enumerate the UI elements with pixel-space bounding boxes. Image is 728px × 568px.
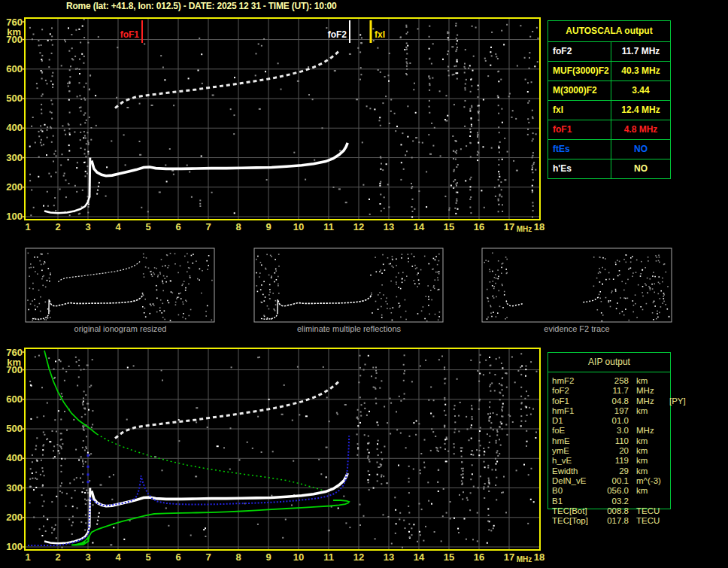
param-label: foF1 <box>548 120 611 139</box>
svg-text:5: 5 <box>145 221 150 232</box>
svg-text:13: 13 <box>384 221 394 232</box>
svg-text:14: 14 <box>414 551 425 563</box>
aip-u: MHz <box>636 426 668 436</box>
aip-v: 056.0 <box>599 486 629 496</box>
aip-row: TEC[Top]017.8TECU <box>552 516 687 526</box>
aip-u: MHz <box>636 396 668 406</box>
svg-text:km: km <box>7 26 21 38</box>
aip-l: foE <box>552 426 599 436</box>
f-layer-trace <box>92 473 347 506</box>
aip-row: h_vE119km <box>552 456 687 466</box>
svg-text:500: 500 <box>6 423 23 434</box>
aip-row: hmF2258km <box>552 376 687 386</box>
thumbnail-2 <box>482 248 672 322</box>
aip-u: km <box>636 446 668 456</box>
svg-text:200: 200 <box>6 181 23 193</box>
svg-text:100: 100 <box>6 211 23 222</box>
param-label: ftEs <box>548 140 611 159</box>
aip-l: DelN_vE <box>552 476 599 486</box>
aip-v: 01.0 <box>599 416 629 426</box>
svg-text:600: 600 <box>6 393 23 405</box>
aip-l: TEC[Top] <box>552 516 599 526</box>
aip-f: [PY] <box>669 396 686 406</box>
svg-text:8: 8 <box>235 221 241 232</box>
svg-text:13: 13 <box>384 551 394 563</box>
aip-row: hmE110km <box>552 436 687 446</box>
aip-v: 110 <box>599 436 629 446</box>
svg-text:100: 100 <box>6 541 23 552</box>
table-row: M(3000)F2 3.44 <box>548 81 670 101</box>
svg-text:18: 18 <box>534 221 544 232</box>
svg-text:MHz: MHz <box>517 225 532 233</box>
aip-l: hmE <box>552 436 599 446</box>
aip-header: AIP output <box>548 353 670 372</box>
thumbnail-border <box>482 248 672 322</box>
param-label: M(3000)F2 <box>548 81 611 100</box>
trace-fragment <box>97 181 99 195</box>
aip-l: D1 <box>552 416 599 426</box>
svg-text:11: 11 <box>323 221 334 232</box>
plot-border <box>25 348 540 550</box>
autoscala-window: foF1foF2fxI760700600500400300200100km123… <box>0 0 728 568</box>
second-hop-trace <box>115 380 340 438</box>
fxI-marker-label: fxI <box>375 29 385 40</box>
foF2-marker-label: foF2 <box>328 29 347 40</box>
page-title: Rome (lat: +41.8, lon: 012.5) - DATE: 20… <box>66 1 337 11</box>
aip-u: km <box>636 436 668 446</box>
thumbnail-caption: evidence F2 trace <box>544 324 609 333</box>
svg-text:1: 1 <box>25 551 30 563</box>
scaled-trace-point <box>87 473 89 475</box>
table-row: h'Es NO <box>548 159 670 178</box>
f-layer-trace <box>92 143 347 176</box>
svg-text:14: 14 <box>414 221 425 232</box>
param-value: NO <box>611 159 670 178</box>
aip-u: km <box>636 456 668 466</box>
aip-row: Ewidth29km <box>552 466 687 476</box>
aip-l: hmF1 <box>552 406 599 416</box>
svg-text:15: 15 <box>444 551 454 563</box>
thumbnail-border <box>26 248 214 322</box>
grid <box>25 348 540 550</box>
aip-u <box>636 416 668 426</box>
aip-u <box>636 497 668 506</box>
trace-fragment <box>97 512 99 525</box>
aip-l: Ewidth <box>552 466 599 476</box>
aip-v: 04.8 <box>599 396 629 406</box>
electron-density-profile <box>71 500 349 545</box>
aip-l: hmF2 <box>552 376 599 386</box>
aip-parameter-list: hmF2258kmfoF211.7MHzfoF104.8MHz[PY]hmF11… <box>552 376 687 526</box>
x-axis: 123456789101112131415161718MHz <box>25 551 544 563</box>
svg-text:16: 16 <box>474 221 484 232</box>
aip-row: hmF1197km <box>552 406 687 416</box>
autoscala-header: AUTOSCALA output <box>548 21 670 42</box>
svg-text:16: 16 <box>474 551 484 563</box>
aip-v: 00.1 <box>599 476 629 486</box>
table-row: ftEs NO <box>548 140 670 159</box>
foF1-marker-label: foF1 <box>120 29 140 40</box>
scaled-trace-point <box>87 481 89 483</box>
aip-l: B1 <box>552 497 599 506</box>
svg-text:7: 7 <box>205 551 211 563</box>
aip-u: km <box>636 376 668 386</box>
aip-row: foE3.0MHz <box>552 426 687 436</box>
param-value: 3.44 <box>611 81 670 100</box>
aip-l: ymE <box>552 446 599 456</box>
svg-text:5: 5 <box>145 551 150 563</box>
aip-row: foF104.8MHz[PY] <box>552 396 687 406</box>
aip-row: foF211.7MHz <box>552 386 687 396</box>
aip-u: km <box>636 406 668 416</box>
aip-row: DelN_vE00.1m^(-3) <box>552 476 687 486</box>
thumbnail-1 <box>254 248 443 322</box>
svg-text:3: 3 <box>85 221 90 232</box>
aip-l: TEC[Bot] <box>552 506 599 516</box>
scaled-trace-point <box>87 454 89 457</box>
thumbnail-caption: original ionogram resized <box>74 324 167 333</box>
aip-v: 11.7 <box>599 386 629 396</box>
aip-u: km <box>636 466 668 476</box>
aip-u: MHz <box>636 386 668 396</box>
param-value: 40.3 MHz <box>611 62 670 80</box>
aip-row: B0056.0km <box>552 486 687 496</box>
svg-text:2: 2 <box>55 221 60 232</box>
y-axis: 760700600500400300200100km <box>6 347 25 552</box>
svg-text:4: 4 <box>115 551 121 563</box>
